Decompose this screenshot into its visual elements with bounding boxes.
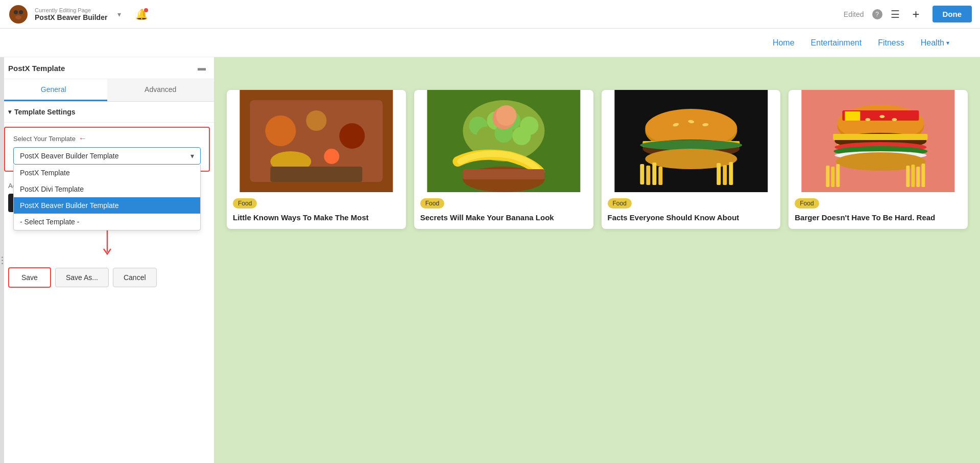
done-button[interactable]: Done bbox=[933, 6, 972, 22]
svg-point-2 bbox=[19, 10, 23, 14]
svg-rect-60 bbox=[906, 166, 910, 187]
food-image-3 bbox=[602, 90, 781, 192]
food-card-3-title: Facts Everyone Should Know About bbox=[608, 213, 775, 223]
toolbar-left: Currently Editing Page PostX Beaver Buil… bbox=[8, 4, 148, 25]
notification-bell-icon[interactable]: 🔔 bbox=[135, 8, 148, 20]
svg-point-11 bbox=[324, 149, 339, 164]
food-card-3: Food Facts Everyone Should Know About bbox=[602, 90, 781, 229]
top-toolbar: Currently Editing Page PostX Beaver Buil… bbox=[0, 0, 980, 29]
food-image-1 bbox=[227, 90, 406, 192]
template-dropdown-wrapper: PostX Beaver Builder Template ▾ PostX Te… bbox=[13, 147, 201, 165]
food-image-2 bbox=[414, 90, 593, 192]
svg-point-1 bbox=[14, 10, 18, 14]
food-card-4-body: Food Barger Doesn't Have To Be Hard. Rea… bbox=[788, 192, 968, 229]
food-card-2-body: Food Secrets Will Make Your Banana Look bbox=[414, 192, 593, 229]
template-selector-area: Select Your Template ← PostX Beaver Buil… bbox=[4, 127, 210, 172]
panel-tabs: General Advanced bbox=[0, 79, 214, 102]
svg-rect-52 bbox=[833, 134, 928, 140]
svg-point-50 bbox=[892, 118, 897, 121]
list-icon[interactable]: ☰ bbox=[891, 8, 900, 20]
tab-advanced[interactable]: Advanced bbox=[107, 79, 214, 101]
select-template-label: Select Your Template ← bbox=[13, 134, 201, 143]
svg-rect-62 bbox=[917, 167, 920, 187]
plus-icon-btn[interactable]: + bbox=[908, 6, 924, 22]
dropdown-selected-value: PostX Beaver Builder Template bbox=[20, 152, 119, 160]
food-badge-1: Food bbox=[233, 198, 257, 209]
dropdown-option-0[interactable]: PostX Template bbox=[14, 165, 200, 181]
nav-link-entertainment[interactable]: Entertainment bbox=[811, 38, 862, 48]
food-cards-grid: Food Little Known Ways To Make The Most bbox=[214, 78, 980, 241]
svg-point-7 bbox=[265, 115, 296, 146]
svg-rect-12 bbox=[270, 167, 362, 182]
section-title: Template Settings bbox=[14, 108, 76, 116]
nav-link-fitness[interactable]: Fitness bbox=[878, 38, 904, 48]
svg-rect-61 bbox=[912, 165, 915, 187]
drag-handle[interactable] bbox=[0, 57, 4, 463]
food-card-3-body: Food Facts Everyone Should Know About bbox=[602, 192, 781, 229]
nav-links: Home Entertainment Fitness Health ▾ bbox=[773, 38, 949, 48]
sidebar-panel: PostX Template ▬ General Advanced ▾ Temp… bbox=[0, 57, 214, 463]
save-button[interactable]: Save bbox=[8, 267, 51, 288]
down-arrow-icon bbox=[101, 226, 113, 257]
svg-rect-59 bbox=[836, 164, 840, 187]
svg-point-19 bbox=[476, 127, 495, 145]
food-card-1-title: Little Known Ways To Make The Most bbox=[233, 213, 400, 223]
nav-link-health[interactable]: Health ▾ bbox=[921, 38, 949, 48]
health-dropdown-icon: ▾ bbox=[946, 39, 949, 47]
food-badge-3: Food bbox=[608, 198, 632, 209]
svg-rect-39 bbox=[658, 167, 662, 185]
nav-bar: Home Entertainment Fitness Health ▾ bbox=[0, 29, 980, 57]
help-icon[interactable]: ? bbox=[872, 9, 882, 19]
svg-point-23 bbox=[496, 105, 516, 126]
dropdown-option-3[interactable]: - Select Template - bbox=[14, 214, 200, 230]
panel-header: PostX Template ▬ bbox=[0, 57, 214, 79]
svg-rect-42 bbox=[729, 162, 733, 185]
svg-point-0 bbox=[9, 5, 28, 24]
dropdown-options: PostX Template PostX Divi Template PostX… bbox=[13, 165, 201, 230]
food-card-2-title: Secrets Will Make Your Banana Look bbox=[420, 213, 587, 223]
main-area: PostX Template ▬ General Advanced ▾ Temp… bbox=[0, 57, 980, 463]
food-image-4 bbox=[788, 90, 968, 192]
save-buttons-area: Save Save As... Cancel bbox=[0, 261, 214, 294]
arrow-right-icon: ← bbox=[79, 134, 87, 143]
food-card-4-title: Barger Doesn't Have To Be Hard. Read bbox=[795, 213, 962, 223]
svg-point-49 bbox=[880, 115, 885, 118]
chevron-down-icon[interactable]: ▾ bbox=[117, 10, 121, 18]
food-card-1-body: Food Little Known Ways To Make The Most bbox=[227, 192, 406, 229]
svg-rect-58 bbox=[831, 167, 835, 187]
section-chevron-icon: ▾ bbox=[8, 108, 11, 115]
svg-point-8 bbox=[306, 110, 326, 131]
beaver-logo-icon bbox=[8, 4, 29, 25]
svg-rect-25 bbox=[463, 169, 544, 179]
food-card-2: Food Secrets Will Make Your Banana Look bbox=[414, 90, 593, 229]
food-badge-2: Food bbox=[420, 198, 444, 209]
content-area: er Food bbox=[214, 57, 980, 463]
dropdown-option-1[interactable]: PostX Divi Template bbox=[14, 181, 200, 197]
svg-rect-37 bbox=[646, 166, 650, 185]
svg-point-48 bbox=[866, 118, 871, 121]
food-card-1: Food Little Known Ways To Make The Most bbox=[227, 90, 406, 229]
svg-rect-63 bbox=[922, 164, 925, 187]
svg-point-3 bbox=[15, 15, 21, 19]
cancel-button[interactable]: Cancel bbox=[113, 268, 157, 287]
panel-title: PostX Template bbox=[8, 64, 65, 73]
dropdown-chevron-icon: ▾ bbox=[190, 152, 194, 160]
save-as-button[interactable]: Save As... bbox=[55, 268, 109, 287]
template-settings-header[interactable]: ▾ Template Settings bbox=[0, 102, 214, 123]
health-label: Health bbox=[921, 38, 944, 48]
svg-rect-38 bbox=[652, 163, 656, 185]
toolbar-title: PostX Beaver Builder bbox=[35, 13, 107, 21]
toolbar-subtitle: Currently Editing Page bbox=[35, 7, 107, 13]
dropdown-option-2[interactable]: PostX Beaver Builder Template bbox=[14, 197, 200, 214]
food-badge-4: Food bbox=[795, 198, 819, 209]
svg-rect-40 bbox=[716, 163, 721, 185]
svg-rect-57 bbox=[826, 166, 830, 187]
svg-point-21 bbox=[512, 127, 531, 145]
panel-minimize-icon[interactable]: ▬ bbox=[198, 63, 206, 73]
food-card-4: Food Barger Doesn't Have To Be Hard. Rea… bbox=[788, 90, 968, 229]
edited-label: Edited bbox=[844, 10, 864, 18]
template-dropdown[interactable]: PostX Beaver Builder Template ▾ bbox=[13, 147, 201, 165]
tab-general[interactable]: General bbox=[0, 79, 107, 101]
nav-link-home[interactable]: Home bbox=[773, 38, 795, 48]
svg-rect-47 bbox=[845, 111, 861, 121]
